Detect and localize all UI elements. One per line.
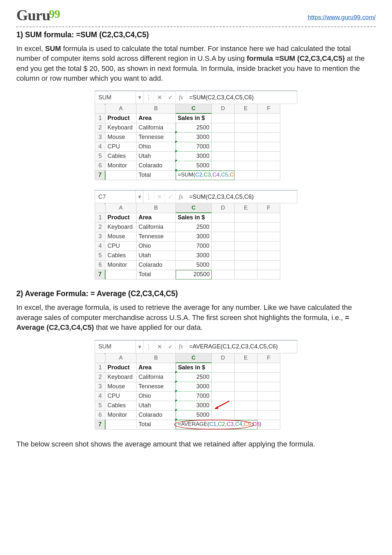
selected-cell[interactable]: 20500 — [176, 270, 212, 279]
formula-input[interactable]: =SUM(C2,C3,C4,C5,C6) — [187, 91, 297, 104]
cell[interactable] — [212, 251, 235, 261]
col-E[interactable]: E — [235, 104, 257, 114]
row-num[interactable]: 5 — [95, 251, 106, 261]
cell[interactable] — [212, 142, 235, 152]
cell[interactable]: Sales in $ — [176, 114, 212, 123]
cell[interactable] — [212, 382, 235, 392]
cell[interactable] — [235, 411, 257, 420]
cell[interactable] — [235, 152, 257, 161]
cell[interactable] — [235, 382, 257, 392]
row-num[interactable]: 3 — [95, 133, 106, 142]
cell[interactable]: CPU — [106, 242, 137, 251]
editing-cell[interactable]: =AVERAGE(C1,C2,C3,C4,C5,C6) — [176, 420, 257, 429]
cell[interactable] — [235, 142, 257, 152]
cell[interactable] — [257, 123, 280, 133]
cell[interactable]: Ohio — [137, 392, 176, 401]
cancel-icon[interactable]: ✕ — [154, 341, 165, 353]
cell[interactable] — [235, 401, 257, 411]
select-all-corner[interactable] — [95, 353, 106, 363]
name-box[interactable]: SUM — [95, 91, 136, 104]
cell[interactable]: Ohio — [137, 242, 176, 251]
enter-icon[interactable]: ✓ — [165, 341, 176, 353]
cell[interactable]: 5000 — [176, 411, 212, 420]
row-num[interactable]: 2 — [95, 123, 106, 133]
cell[interactable] — [212, 213, 235, 223]
col-A[interactable]: A — [106, 203, 137, 213]
cell[interactable]: 3000 — [176, 382, 212, 392]
formula-input[interactable]: =SUM(C2,C3,C4,C5,C6) — [187, 191, 297, 203]
cell[interactable]: Cables — [106, 251, 137, 261]
cell[interactable] — [257, 382, 280, 392]
enter-icon[interactable]: ✓ — [165, 91, 176, 104]
fx-icon[interactable]: fx — [176, 341, 187, 353]
cell[interactable]: 7000 — [176, 392, 212, 401]
cell[interactable]: CPU — [106, 392, 137, 401]
cell[interactable] — [257, 242, 280, 251]
cell[interactable]: Utah — [137, 401, 176, 411]
cell[interactable] — [106, 171, 137, 180]
cell[interactable] — [235, 213, 257, 223]
cell[interactable]: 5000 — [176, 161, 212, 171]
cell[interactable] — [235, 223, 257, 232]
cell[interactable] — [235, 363, 257, 373]
col-E[interactable]: E — [235, 203, 257, 213]
row-num[interactable]: 2 — [95, 223, 106, 232]
more-icon[interactable]: ⋮ — [143, 91, 154, 104]
row-num[interactable]: 7 — [95, 171, 106, 180]
col-D[interactable]: D — [212, 104, 235, 114]
col-C[interactable]: C — [176, 203, 212, 213]
cell[interactable] — [212, 242, 235, 251]
cell[interactable] — [212, 223, 235, 232]
row-num[interactable]: 7 — [95, 270, 106, 279]
cell[interactable]: Mouse — [106, 382, 137, 392]
cell[interactable]: Tennesse — [137, 232, 176, 242]
cell[interactable]: Mouse — [106, 232, 137, 242]
cell[interactable] — [257, 223, 280, 232]
cell[interactable]: 3000 — [176, 133, 212, 142]
cell[interactable] — [257, 133, 280, 142]
col-B[interactable]: B — [137, 203, 176, 213]
fx-icon[interactable]: fx — [176, 91, 187, 104]
cell[interactable] — [257, 232, 280, 242]
cell[interactable] — [212, 392, 235, 401]
cell[interactable]: 5000 — [176, 261, 212, 270]
col-F[interactable]: F — [257, 353, 280, 363]
cell[interactable]: California — [137, 123, 176, 133]
cell[interactable]: CPU — [106, 142, 137, 152]
cell[interactable]: California — [137, 223, 176, 232]
cell[interactable] — [257, 401, 280, 411]
col-B[interactable]: B — [137, 104, 176, 114]
row-num[interactable]: 4 — [95, 142, 106, 152]
name-box-dropdown-icon[interactable]: ▾ — [136, 341, 143, 353]
cancel-icon[interactable]: ✕ — [154, 91, 165, 104]
cell[interactable]: Product — [106, 213, 137, 223]
cell[interactable]: Ohio — [137, 142, 176, 152]
cell[interactable] — [212, 161, 235, 171]
cell[interactable]: Keyboard — [106, 223, 137, 232]
cell[interactable] — [235, 261, 257, 270]
row-num[interactable]: 4 — [95, 242, 106, 251]
cell[interactable] — [235, 114, 257, 123]
cell[interactable]: Colarado — [137, 161, 176, 171]
cell[interactable] — [212, 133, 235, 142]
cell[interactable] — [257, 161, 280, 171]
cell[interactable]: California — [137, 373, 176, 382]
cell[interactable] — [212, 270, 235, 279]
cell[interactable] — [257, 363, 280, 373]
cell[interactable]: Cables — [106, 152, 137, 161]
cell[interactable] — [257, 411, 280, 420]
row-num[interactable]: 6 — [95, 411, 106, 420]
editing-cell[interactable]: =SUM(C2,C3,C4,C5,C6) — [176, 171, 235, 180]
cell[interactable] — [235, 392, 257, 401]
row-num[interactable]: 6 — [95, 261, 106, 270]
cell[interactable] — [235, 171, 257, 180]
cell[interactable] — [235, 270, 257, 279]
cell[interactable] — [257, 152, 280, 161]
row-num[interactable]: 7 — [95, 420, 106, 429]
cell[interactable] — [257, 392, 280, 401]
cell[interactable]: Utah — [137, 251, 176, 261]
cell[interactable]: 7000 — [176, 142, 212, 152]
cell[interactable]: Colarado — [137, 411, 176, 420]
row-num[interactable]: 2 — [95, 373, 106, 382]
cell[interactable]: Area — [137, 114, 176, 123]
